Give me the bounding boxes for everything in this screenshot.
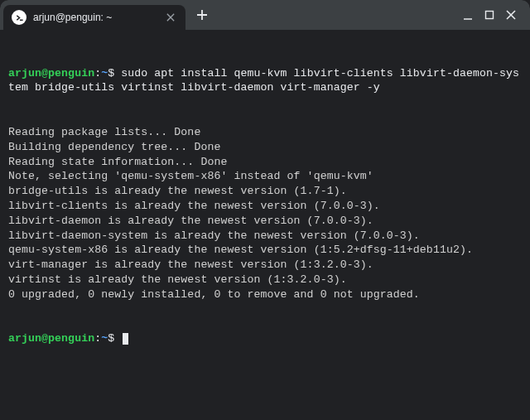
prompt-user: arjun@penguin xyxy=(8,67,94,80)
prompt-symbol: $ xyxy=(108,67,114,80)
output-line: Reading package lists... Done xyxy=(8,125,522,140)
maximize-button[interactable] xyxy=(484,9,495,21)
titlebar: arjun@penguin: ~ xyxy=(0,0,530,30)
output-block: Reading package lists... DoneBuilding de… xyxy=(8,125,522,302)
prompt-colon: : xyxy=(94,332,101,345)
output-line: virt-manager is already the newest versi… xyxy=(8,258,522,273)
output-line: 0 upgraded, 0 newly installed, 0 to remo… xyxy=(8,287,522,302)
output-line: libvirt-clients is already the newest ve… xyxy=(8,199,522,214)
tab-close-button[interactable] xyxy=(164,11,177,24)
prompt-line-1: arjun@penguin:~$ sudo apt install qemu-k… xyxy=(8,66,522,96)
output-line: bridge-utils is already the newest versi… xyxy=(8,184,522,199)
close-window-button[interactable] xyxy=(505,9,517,21)
minimize-button[interactable] xyxy=(462,9,474,21)
new-tab-button[interactable] xyxy=(192,5,212,25)
prompt-user: arjun@penguin xyxy=(8,332,94,345)
output-line: libvirt-daemon is already the newest ver… xyxy=(8,214,522,229)
prompt-line-2: arjun@penguin:~$ xyxy=(8,331,522,346)
output-line: libvirt-daemon-system is already the new… xyxy=(8,229,522,244)
output-line: Note, selecting 'qemu-system-x86' instea… xyxy=(8,169,522,184)
output-line: Building dependency tree... Done xyxy=(8,140,522,155)
output-line: qemu-system-x86 is already the newest ve… xyxy=(8,243,522,258)
output-line: Reading state information... Done xyxy=(8,155,522,170)
prompt-symbol: $ xyxy=(108,332,114,345)
terminal-tab[interactable]: arjun@penguin: ~ xyxy=(3,5,186,30)
output-line: virtinst is already the newest version (… xyxy=(8,273,522,287)
prompt-colon: : xyxy=(94,67,101,80)
cursor xyxy=(123,333,128,345)
window-controls xyxy=(462,9,527,21)
terminal-icon xyxy=(12,10,26,25)
tab-title: arjun@penguin: ~ xyxy=(33,12,157,23)
svg-rect-6 xyxy=(486,12,494,19)
terminal-content[interactable]: arjun@penguin:~$ sudo apt install qemu-k… xyxy=(0,30,530,368)
